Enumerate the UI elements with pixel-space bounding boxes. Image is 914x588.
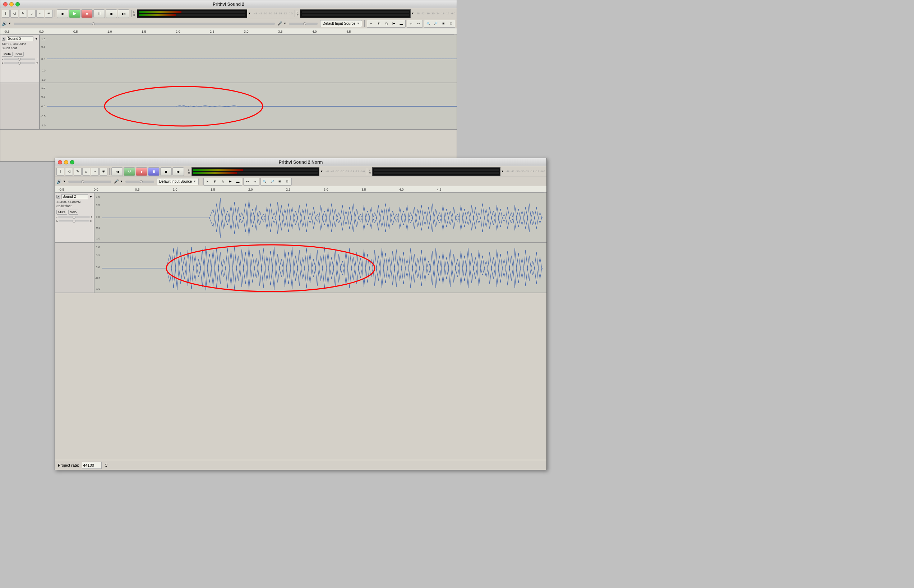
refresh-btn-2[interactable]: ↺ [123,167,135,176]
gain-slider-2[interactable] [58,216,90,218]
draw-tool-btn[interactable]: ✎ [19,10,27,18]
zoom-fit-btn-2[interactable]: ⊞ [276,178,284,185]
maximize-btn-2[interactable] [70,160,75,165]
mute-btn-2[interactable]: Mute [57,210,67,215]
track-name-2[interactable]: Sound 2 [62,194,88,199]
minimize-btn-1[interactable] [9,2,14,6]
stop-btn-2[interactable]: ■ [160,167,172,176]
solo-btn-2[interactable]: Solo [68,210,78,215]
paste-btn-1[interactable]: ⎗ [382,21,390,27]
volume-icon[interactable]: 🔊 [2,21,7,26]
window-controls-1[interactable] [3,2,20,6]
cut-btn-1[interactable]: ✂ [368,21,375,27]
window-controls-2[interactable] [58,160,75,165]
pan-slider-1[interactable] [4,63,35,63]
input-meter-2[interactable] [372,167,501,176]
trim-btn-1[interactable]: ⊢ [390,21,397,27]
input-meter-1[interactable] [300,9,411,18]
multi-tool-btn-2[interactable]: ✳ [99,168,107,176]
solo-btn-1[interactable]: Solo [14,52,24,57]
record-btn-2[interactable]: ● [136,167,147,176]
input-meter-dropdown-1[interactable]: ▼ [412,12,414,15]
zoom-in-btn-2[interactable]: 🔍 [261,178,268,185]
input-meter-dropdown-2[interactable]: ▼ [501,170,504,173]
silence-btn-2[interactable]: ▬ [234,178,241,185]
close-btn-2[interactable] [58,160,62,165]
slide-tool-btn-2[interactable]: ↔ [91,168,99,176]
rewind-btn-2[interactable]: ⏮ [111,167,123,176]
input-source-dropdown-1[interactable]: Default Input Source ▼ [320,20,362,27]
select-tool-btn[interactable]: I [2,10,10,18]
waveform-svg-1-bottom: 1.0 0.5 0.0 -0.5 -1.0 [40,83,457,129]
track-close-1[interactable]: ✕ [2,37,5,40]
volume-dropdown-2[interactable]: ▼ [63,180,66,183]
redo-btn-1[interactable]: ↪ [415,21,422,27]
slide-tool-btn[interactable]: ↔ [36,10,44,18]
meter-fill-right-2 [193,172,237,174]
volume-dropdown-1[interactable]: ▼ [8,22,11,25]
select-tool-btn-2[interactable]: I [57,168,64,176]
draw-tool-btn-2[interactable]: ✎ [74,168,81,176]
input-meter-scale-2: -48 -42 -36 -30 -24 -18 -12 -6 0 [506,170,545,173]
mic-slider-thumb-2[interactable] [140,180,143,183]
multi-tool-btn[interactable]: ✳ [45,10,53,18]
volume-slider-thumb-2[interactable] [81,180,84,183]
window-title-2: Prithvi Sound 2 Norm [279,160,323,165]
mic-dropdown-1[interactable]: ▼ [284,22,286,25]
zoom-sel-btn-2[interactable]: ⊡ [284,178,291,185]
project-rate-input[interactable] [82,462,102,469]
mic-icon-2[interactable]: 🎤 [114,179,119,184]
mic-dropdown-2[interactable]: ▼ [120,180,123,183]
undo-btn-1[interactable]: ↩ [407,21,415,27]
envelope-tool-btn[interactable]: ◁ [10,10,18,18]
track-dropdown-arrow-2[interactable]: ▼ [89,195,92,199]
stop-btn[interactable]: ■ [105,9,117,18]
mic-slider-thumb-1[interactable] [303,22,306,25]
zoom-out-btn-1[interactable]: 🔎 [432,21,439,27]
copy-btn-1[interactable]: ⎘ [375,21,382,27]
zoom-tool-btn-2[interactable]: ⌕ [82,168,90,176]
meter-dropdown-1[interactable]: ▼ [248,12,251,15]
track-dropdown-arrow-1[interactable]: ▼ [35,37,38,40]
mute-btn-1[interactable]: Mute [2,52,13,57]
envelope-tool-btn-2[interactable]: ◁ [65,168,73,176]
forward-btn-2[interactable]: ⏭ [172,167,184,176]
input-source-dropdown-2[interactable]: Default Input Source ▼ [157,178,199,185]
zoom-in-btn-1[interactable]: 🔍 [425,21,432,27]
trim-btn-2[interactable]: ⊢ [227,178,234,185]
forward-btn[interactable]: ⏭ [118,9,129,18]
zoom-sel-btn-1[interactable]: ⊡ [447,21,454,27]
meter-dropdown-2[interactable]: ▼ [320,170,323,173]
volume-icon-2[interactable]: 🔊 [57,179,62,184]
zoom-tool-btn[interactable]: ⌕ [28,10,36,18]
svg-text:0.5: 0.5 [41,45,45,48]
svg-text:4.5: 4.5 [346,30,351,33]
zoom-fit-btn-1[interactable]: ⊞ [440,21,447,27]
maximize-btn-1[interactable] [15,2,20,6]
volume-slider-thumb-1[interactable] [92,22,95,25]
gain-slider-1[interactable] [3,58,36,60]
pause-btn-2[interactable]: ⏸ [148,167,159,176]
rewind-btn[interactable]: ⏮ [57,9,68,18]
track-name-1[interactable]: Sound 2 [7,36,33,41]
waveform-svg-1-top: 1.0 0.5 0.0 -0.5 -1.0 [40,35,457,82]
copy-btn-2[interactable]: ⎘ [212,178,219,185]
paste-btn-2[interactable]: ⎗ [219,178,226,185]
output-meter-1[interactable] [137,9,248,18]
redo-btn-2[interactable]: ↪ [251,178,259,185]
zoom-group-2: 🔍 🔎 ⊞ ⊡ [261,178,292,186]
undo-btn-2[interactable]: ↩ [244,178,251,185]
zoom-out-btn-2[interactable]: 🔎 [269,178,276,185]
minimize-btn-2[interactable] [64,160,68,165]
cut-btn-2[interactable]: ✂ [204,178,211,185]
track-close-2[interactable]: ✕ [57,195,60,199]
close-btn-1[interactable] [3,2,8,6]
record-btn[interactable]: ● [81,9,93,18]
pause-btn[interactable]: ⏸ [93,9,105,18]
silence-btn-1[interactable]: ▬ [398,21,405,27]
play-btn[interactable]: ▶ [69,9,81,18]
pan-slider-2[interactable] [58,220,89,221]
stop-icon: ■ [110,11,113,16]
mic-icon[interactable]: 🎤 [277,21,282,26]
output-meter-2[interactable] [191,167,320,176]
